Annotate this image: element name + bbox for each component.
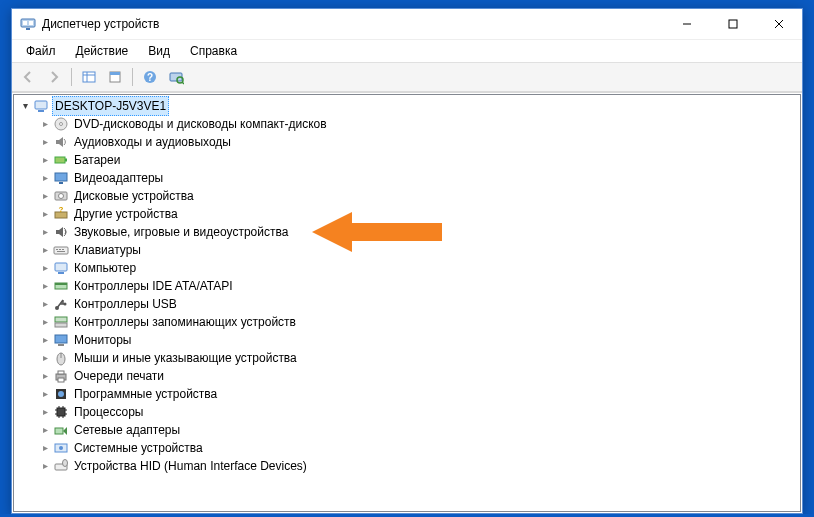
- tree-item-label: Процессоры: [72, 403, 146, 421]
- device-manager-window: Диспетчер устройств Файл Действие Вид Сп…: [11, 8, 803, 514]
- drive-icon: [53, 188, 69, 204]
- menu-help[interactable]: Справка: [180, 42, 247, 60]
- expander-icon[interactable]: ▸: [38, 385, 52, 403]
- menu-action[interactable]: Действие: [66, 42, 139, 60]
- svg-rect-49: [58, 378, 64, 382]
- close-button[interactable]: [756, 9, 802, 39]
- battery-icon: [53, 152, 69, 168]
- svg-line-17: [182, 82, 184, 84]
- expander-icon[interactable]: ▸: [38, 439, 52, 457]
- expander-icon[interactable]: ▸: [38, 241, 52, 259]
- tree-item-label: Аудиовходы и аудиовыходы: [72, 133, 233, 151]
- svg-rect-12: [110, 72, 120, 75]
- expander-icon[interactable]: ▸: [38, 421, 52, 439]
- tree-item[interactable]: ▸Видеоадаптеры: [16, 169, 800, 187]
- svg-rect-32: [59, 249, 61, 250]
- tree-item-label: Другие устройства: [72, 205, 180, 223]
- svg-rect-19: [38, 110, 44, 112]
- svg-rect-31: [56, 249, 58, 250]
- computer-icon: [53, 260, 69, 276]
- tree-item-label: Клавиатуры: [72, 241, 143, 259]
- svg-rect-36: [58, 272, 64, 274]
- tree-root[interactable]: ▾DESKTOP-J5V3VE1: [16, 97, 800, 115]
- expander-icon[interactable]: ▸: [38, 151, 52, 169]
- tree-item[interactable]: ▸Батареи: [16, 151, 800, 169]
- tree-item-label: Очереди печати: [72, 367, 166, 385]
- svg-rect-25: [59, 182, 63, 184]
- svg-text:?: ?: [59, 206, 64, 214]
- tree-item-label: Компьютер: [72, 259, 138, 277]
- expander-icon[interactable]: ▸: [38, 115, 52, 133]
- svg-rect-33: [62, 249, 64, 250]
- tree-item[interactable]: ▸Очереди печати: [16, 367, 800, 385]
- expander-icon[interactable]: ▸: [38, 277, 52, 295]
- separator: [132, 68, 133, 86]
- tree-item[interactable]: ▸Процессоры: [16, 403, 800, 421]
- tree-item-label: DVD-дисководы и дисководы компакт-дисков: [72, 115, 329, 133]
- svg-rect-30: [54, 247, 68, 254]
- tree-item-label: Контроллеры запоминающих устройств: [72, 313, 298, 331]
- expander-icon[interactable]: ▾: [18, 97, 32, 115]
- expander-icon[interactable]: ▸: [38, 457, 52, 475]
- tree-item[interactable]: ▸?Другие устройства: [16, 205, 800, 223]
- disc-icon: [53, 116, 69, 132]
- scan-button[interactable]: [164, 65, 188, 89]
- back-button[interactable]: [16, 65, 40, 89]
- expander-icon[interactable]: ▸: [38, 403, 52, 421]
- tree-item[interactable]: ▸Программные устройства: [16, 385, 800, 403]
- tree-item[interactable]: ▸Системные устройства: [16, 439, 800, 457]
- tree-item[interactable]: ▸Мыши и иные указывающие устройства: [16, 349, 800, 367]
- help-button[interactable]: ?: [138, 65, 162, 89]
- minimize-button[interactable]: [664, 9, 710, 39]
- tree-item[interactable]: ▸Контроллеры запоминающих устройств: [16, 313, 800, 331]
- hid-icon: [53, 458, 69, 474]
- expander-icon[interactable]: ▸: [38, 331, 52, 349]
- sound-icon: [53, 224, 69, 240]
- expander-icon[interactable]: ▸: [38, 187, 52, 205]
- soft-dev-icon: [53, 386, 69, 402]
- network-icon: [53, 422, 69, 438]
- menu-file[interactable]: Файл: [16, 42, 66, 60]
- svg-rect-48: [58, 371, 64, 374]
- window-title: Диспетчер устройств: [42, 17, 664, 31]
- tree-item[interactable]: ▸DVD-дисководы и дисководы компакт-диско…: [16, 115, 800, 133]
- expander-icon[interactable]: ▸: [38, 259, 52, 277]
- tree-item[interactable]: ▸Компьютер: [16, 259, 800, 277]
- svg-rect-18: [35, 101, 47, 109]
- tree-item[interactable]: ▸Дисковые устройства: [16, 187, 800, 205]
- svg-point-65: [63, 460, 68, 467]
- tree-item[interactable]: ▸Аудиовходы и аудиовыходы: [16, 133, 800, 151]
- properties-button[interactable]: [103, 65, 127, 89]
- printer-icon: [53, 368, 69, 384]
- tree-scroll[interactable]: ▾DESKTOP-J5V3VE1▸DVD-дисководы и дисково…: [13, 94, 801, 512]
- tree-item[interactable]: ▸Мониторы: [16, 331, 800, 349]
- computer-icon: [33, 98, 49, 114]
- svg-rect-41: [55, 317, 67, 322]
- tree-item[interactable]: ▸Звуковые, игровые и видеоустройства: [16, 223, 800, 241]
- expander-icon[interactable]: ▸: [38, 295, 52, 313]
- expander-icon[interactable]: ▸: [38, 313, 52, 331]
- tree-item[interactable]: ▸Контроллеры IDE ATA/ATAPI: [16, 277, 800, 295]
- expander-icon[interactable]: ▸: [38, 223, 52, 241]
- tree-item[interactable]: ▸Клавиатуры: [16, 241, 800, 259]
- expander-icon[interactable]: ▸: [38, 133, 52, 151]
- svg-rect-22: [55, 157, 65, 163]
- question-chip-icon: ?: [53, 206, 69, 222]
- tree-item[interactable]: ▸Сетевые адаптеры: [16, 421, 800, 439]
- svg-rect-42: [55, 323, 67, 327]
- svg-rect-1: [26, 28, 30, 30]
- expander-icon[interactable]: ▸: [38, 169, 52, 187]
- device-tree: ▾DESKTOP-J5V3VE1▸DVD-дисководы и дисково…: [14, 95, 800, 479]
- tree-item[interactable]: ▸Контроллеры USB: [16, 295, 800, 313]
- maximize-button[interactable]: [710, 9, 756, 39]
- tree-item[interactable]: ▸Устройства HID (Human Interface Devices…: [16, 457, 800, 475]
- expander-icon[interactable]: ▸: [38, 205, 52, 223]
- expander-icon[interactable]: ▸: [38, 349, 52, 367]
- expander-icon[interactable]: ▸: [38, 367, 52, 385]
- show-hidden-button[interactable]: [77, 65, 101, 89]
- forward-button[interactable]: [42, 65, 66, 89]
- titlebar[interactable]: Диспетчер устройств: [12, 9, 802, 40]
- toolbar: ?: [12, 63, 802, 92]
- menu-view[interactable]: Вид: [138, 42, 180, 60]
- tree-item-label: Системные устройства: [72, 439, 205, 457]
